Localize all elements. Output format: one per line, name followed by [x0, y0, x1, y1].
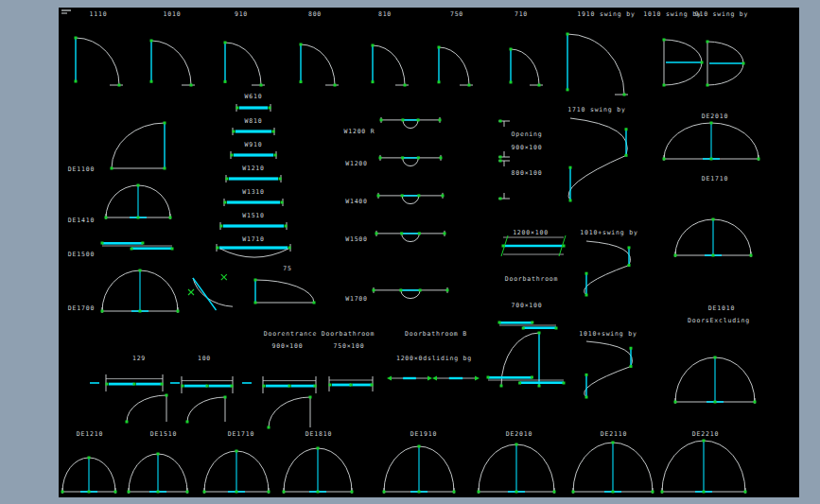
cad-text-label: DE2110 [601, 430, 627, 438]
cad-text-label: DE1100 [68, 165, 95, 173]
cad-text-label: 710 [515, 10, 528, 18]
cad-text-label: 910 [235, 10, 248, 18]
cad-text-label: Doorbathroom [505, 275, 559, 283]
cad-text-label: W1400 [345, 198, 368, 205]
cad-text-label: DE2010 [506, 430, 532, 438]
cad-text-label: 100 [198, 355, 211, 362]
cad-text-label: DE1500 [68, 251, 95, 258]
cad-text-label: W1510 [242, 212, 265, 219]
cad-text-label: 1010 [164, 10, 182, 18]
drawing-canvas[interactable] [59, 8, 799, 497]
cad-text-label: W810 [245, 117, 263, 125]
cad-viewer-window: 111010109108008107507101910 swing by1010… [0, 0, 820, 504]
cad-text-label: W1500 [345, 235, 368, 243]
cad-text-label: 800 [308, 10, 322, 18]
cad-text-label: DE1410 [68, 217, 95, 224]
cad-text-label: DE1510 [150, 430, 177, 438]
cad-text-label: DE1710 [702, 175, 728, 182]
cad-text-label: Doorbathroom [322, 330, 375, 338]
cad-text-label: 1010+swing by [579, 330, 637, 338]
cad-text-label: Doorentrance [264, 330, 318, 338]
cad-text-label: 1710 swing by [567, 106, 625, 113]
cad-text-label: W1210 [242, 165, 265, 172]
cad-text-label: 700×100 [512, 302, 543, 309]
cad-text-label: 750 [450, 10, 463, 18]
cad-text-label: Opening [512, 130, 543, 138]
cad-text-label: 1200×0dsliding bg [396, 355, 472, 362]
cad-text-label: W1200 R [344, 128, 375, 135]
cad-text-label: DE2010 [702, 113, 728, 120]
cad-text-label: DE1210 [77, 430, 103, 438]
cad-text-label: W910 [245, 141, 263, 148]
cad-text-label: DE1700 [68, 304, 95, 312]
cad-text-label: W1700 [345, 295, 368, 303]
cad-text-label: 1110 [90, 10, 108, 18]
cad-text-label: DE1810 [305, 430, 332, 438]
cad-text-label: 75 [283, 265, 291, 272]
cad-text-label: W1310 [242, 188, 265, 196]
cad-text-label: W1710 [242, 235, 265, 243]
cad-text-label: 810 [378, 10, 392, 18]
cad-text-label: 129 [132, 355, 146, 362]
cad-text-label: 900×100 [512, 144, 543, 151]
cad-text-label: DE2210 [692, 430, 719, 438]
cad-text-label: Doorbathroom B [405, 330, 467, 338]
cad-text-label: W610 [245, 93, 263, 100]
cad-text-label: W1200 [345, 160, 368, 167]
cad-text-label: DE1010 [708, 304, 735, 312]
cad-text-label: 750×100 [334, 342, 365, 350]
cad-text-label: DE1910 [410, 430, 437, 438]
cad-text-label: 900×100 [272, 342, 304, 350]
cad-text-label: 1200×100 [513, 229, 549, 236]
cad-text-label: 800×100 [512, 169, 543, 177]
cad-text-label: 910 swing by [695, 10, 749, 18]
cad-text-label: 1010+swing by [580, 229, 637, 236]
cad-text-label: 1910 swing by [577, 10, 635, 18]
cad-drawing-surface[interactable]: 111010109108008107507101910 swing by1010… [0, 0, 820, 504]
cad-text-label: 1010 swing by [643, 10, 701, 18]
cad-text-label: DE1710 [228, 430, 254, 438]
cad-text-label: DoorsExcluding [688, 317, 750, 324]
